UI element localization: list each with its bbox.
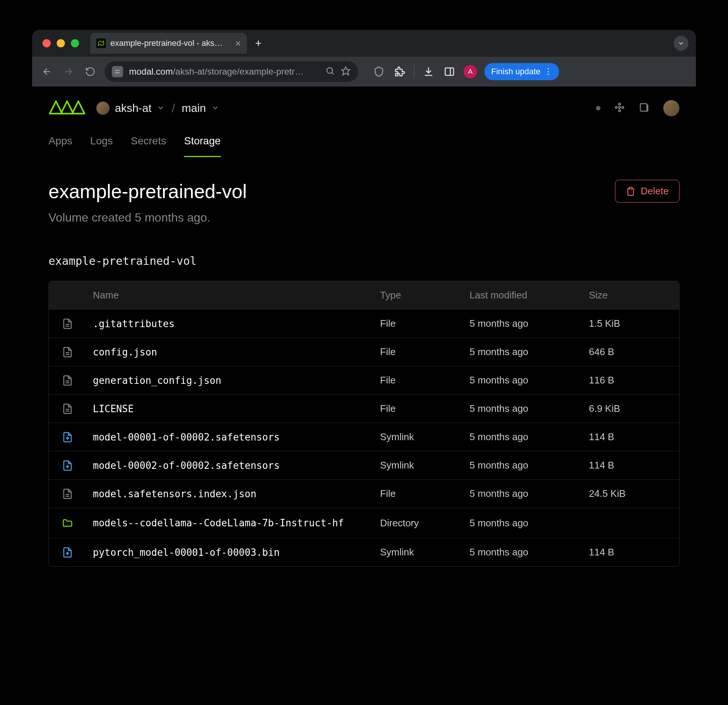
- chevron-down-icon: [157, 102, 165, 115]
- reload-button[interactable]: [83, 64, 98, 79]
- forward-button[interactable]: [61, 64, 76, 79]
- table-row[interactable]: generation_config.jsonFile5 months ago11…: [49, 366, 679, 394]
- file-icon: [49, 347, 86, 358]
- file-name: LICENSE: [86, 403, 373, 414]
- symlink-icon: [49, 460, 86, 471]
- org-avatar: [96, 101, 110, 115]
- file-type: Directory: [373, 517, 463, 529]
- breadcrumb-org-label: aksh-at: [115, 102, 151, 115]
- main-content: example-pretrained-vol Delete Volume cre…: [32, 157, 696, 589]
- file-size: 6.9 KiB: [582, 403, 679, 414]
- file-modified: 5 months ago: [463, 403, 582, 414]
- table-row[interactable]: model-00002-of-00002.safetensorsSymlink5…: [49, 451, 679, 479]
- zoom-icon[interactable]: [325, 66, 335, 77]
- breadcrumb: aksh-at / main: [96, 101, 219, 115]
- symlink-icon: [49, 547, 86, 558]
- svg-rect-13: [622, 107, 624, 109]
- breadcrumb-org[interactable]: aksh-at: [96, 101, 165, 115]
- user-avatar[interactable]: [663, 100, 680, 116]
- modal-logo[interactable]: [48, 97, 86, 119]
- slack-icon[interactable]: [614, 102, 625, 115]
- nav-tab-logs[interactable]: Logs: [90, 130, 113, 157]
- svg-point-6: [327, 68, 332, 73]
- file-icon: [49, 403, 86, 414]
- nav-tab-storage[interactable]: Storage: [184, 130, 220, 157]
- file-type: File: [373, 318, 463, 329]
- file-modified: 5 months ago: [463, 517, 582, 529]
- col-modified: Last modified: [463, 289, 582, 301]
- profile-avatar[interactable]: A: [464, 65, 477, 78]
- extensions-icon[interactable]: [393, 65, 407, 78]
- delete-button-label: Delete: [641, 185, 669, 197]
- file-name: pytorch_model-00001-of-00003.bin: [86, 547, 373, 558]
- close-window-button[interactable]: [43, 39, 51, 47]
- trash-icon: [626, 187, 636, 196]
- file-icon: [49, 375, 86, 386]
- file-modified: 5 months ago: [463, 460, 582, 471]
- table-row[interactable]: pytorch_model-00001-of-00003.binSymlink5…: [49, 538, 679, 566]
- table-row[interactable]: .gitattributesFile5 months ago1.5 KiB: [49, 309, 679, 338]
- file-icon: [49, 488, 86, 499]
- toolbar-divider: [414, 65, 414, 78]
- breadcrumb-env[interactable]: main: [182, 102, 219, 115]
- breadcrumb-env-label: main: [182, 102, 206, 115]
- file-modified: 5 months ago: [463, 488, 582, 499]
- url-text: modal.com/aksh-at/storage/example-pretr…: [129, 66, 319, 77]
- minimize-window-button[interactable]: [57, 39, 65, 47]
- svg-marker-8: [342, 67, 350, 75]
- sidepanel-icon[interactable]: [443, 65, 456, 78]
- window-controls: [43, 39, 79, 47]
- svg-rect-12: [619, 103, 621, 105]
- close-tab-icon[interactable]: ×: [235, 38, 241, 49]
- nav-tab-secrets[interactable]: Secrets: [131, 130, 166, 157]
- table-row[interactable]: model-00001-of-00002.safetensorsSymlink5…: [49, 423, 679, 451]
- tab-title: example-pretrained-vol - aks…: [110, 38, 223, 48]
- file-size: 1.5 KiB: [582, 318, 679, 329]
- browser-window: example-pretrained-vol - aks… × + modal.…: [32, 30, 696, 683]
- extension-shield-icon[interactable]: [372, 65, 386, 78]
- downloads-icon[interactable]: [422, 65, 435, 78]
- finish-update-button[interactable]: Finish update ⋮: [484, 63, 559, 80]
- svg-rect-9: [445, 68, 454, 75]
- app-header: aksh-at / main: [32, 87, 696, 130]
- breadcrumb-separator: /: [172, 101, 175, 115]
- file-table: Name Type Last modified Size .gitattribu…: [48, 281, 680, 567]
- address-bar[interactable]: modal.com/aksh-at/storage/example-pretr…: [104, 61, 358, 82]
- file-size: 24.5 KiB: [582, 488, 679, 499]
- file-type: Symlink: [373, 546, 463, 558]
- table-row[interactable]: models--codellama--CodeLlama-7b-Instruct…: [49, 508, 679, 538]
- back-button[interactable]: [40, 64, 54, 79]
- col-name: Name: [86, 289, 373, 301]
- page-content: aksh-at / main: [32, 87, 696, 683]
- site-info-icon[interactable]: [112, 66, 123, 77]
- svg-point-2: [116, 70, 117, 71]
- file-name: model.safetensors.index.json: [86, 488, 373, 499]
- nav-tab-apps[interactable]: Apps: [48, 130, 72, 157]
- symlink-icon: [49, 432, 86, 443]
- table-row[interactable]: config.jsonFile5 months ago646 B: [49, 338, 679, 366]
- file-name: model-00001-of-00002.safetensors: [86, 432, 373, 443]
- table-row[interactable]: model.safetensors.index.jsonFile5 months…: [49, 479, 679, 508]
- file-name: .gitattributes: [86, 318, 373, 329]
- maximize-window-button[interactable]: [71, 39, 79, 47]
- new-tab-button[interactable]: +: [247, 37, 270, 50]
- tab-overflow-button[interactable]: [674, 36, 688, 51]
- bookmark-icon[interactable]: [341, 66, 351, 77]
- file-modified: 5 months ago: [463, 375, 582, 386]
- docs-icon[interactable]: [638, 102, 650, 115]
- file-icon: [49, 318, 86, 329]
- menu-icon[interactable]: ⋮: [544, 67, 552, 76]
- table-row[interactable]: LICENSEFile5 months ago6.9 KiB: [49, 394, 679, 423]
- file-modified: 5 months ago: [463, 346, 582, 358]
- tab-bar: example-pretrained-vol - aks… × +: [32, 30, 696, 57]
- svg-point-3: [116, 72, 117, 73]
- path-breadcrumb[interactable]: example-pretrained-vol: [48, 254, 680, 267]
- browser-tab[interactable]: example-pretrained-vol - aks… ×: [90, 33, 247, 54]
- file-type: File: [373, 403, 463, 414]
- table-header: Name Type Last modified Size: [49, 281, 679, 309]
- page-title: example-pretrained-vol: [48, 180, 247, 203]
- svg-line-7: [332, 72, 333, 74]
- delete-button[interactable]: Delete: [615, 180, 680, 203]
- svg-rect-11: [615, 107, 617, 109]
- file-modified: 5 months ago: [463, 318, 582, 329]
